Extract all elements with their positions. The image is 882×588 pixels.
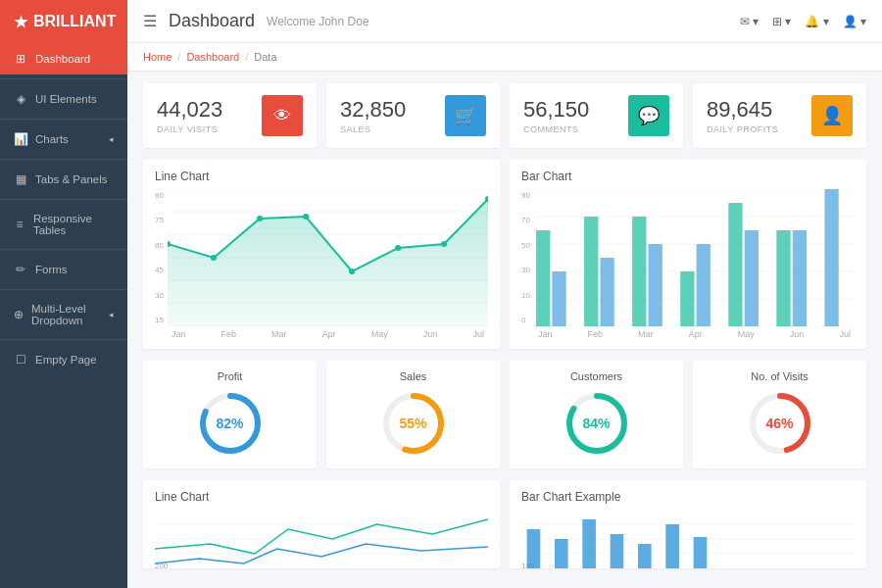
bar-chart-card: Bar Chart 90 70 50 30 10 0 xyxy=(510,160,866,349)
donut-label-0: Profit xyxy=(218,370,243,382)
stat-card-1: 32,850 SALES 🛒 xyxy=(326,83,500,148)
stat-value-3: 89,645 xyxy=(707,97,778,122)
svg-rect-52 xyxy=(555,539,568,568)
breadcrumb-current: Data xyxy=(254,51,276,63)
svg-rect-34 xyxy=(824,189,838,326)
stat-label-3: DAILY PROFITS xyxy=(707,124,778,134)
stat-label-1: SALES xyxy=(340,124,406,134)
donut-card-2: Customers 84% xyxy=(510,361,683,468)
email-btn[interactable]: ✉ ▾ xyxy=(740,15,759,28)
sep-1: / xyxy=(177,51,180,63)
stat-icon-1: 🛒 xyxy=(445,95,486,136)
stat-info-3: 89,645 DAILY PROFITS xyxy=(707,97,778,134)
breadcrumb-home[interactable]: Home xyxy=(143,51,172,63)
sidebar-icon-6: ⊕ xyxy=(14,308,24,321)
bottom-bar-chart: Bar Chart Example 100 xyxy=(510,480,866,568)
line-chart-title: Line Chart xyxy=(155,170,488,183)
sidebar-item-forms[interactable]: ✏Forms xyxy=(0,254,127,285)
donut-wrap-2: 84% xyxy=(562,388,632,459)
bar-chart-svg xyxy=(534,189,855,326)
sidebar-label-4: Responsive Tables xyxy=(33,213,114,236)
bar-chart-title: Bar Chart xyxy=(521,170,855,183)
stat-icon-2: 💬 xyxy=(628,95,669,136)
topbar-left: ☰ Dashboard Welcome John Doe xyxy=(143,11,369,31)
donut-wrap-3: 46% xyxy=(745,388,815,459)
line-chart-svg xyxy=(168,189,488,326)
donut-row: Profit 82% Sales 55% Customers xyxy=(143,361,866,468)
svg-rect-51 xyxy=(527,529,541,568)
stat-info-0: 44,023 DAILY VISITS xyxy=(157,97,222,134)
sidebar-item-dashboard[interactable]: ⊞Dashboard xyxy=(0,43,127,74)
sidebar-label-7: Empty Page xyxy=(35,354,97,366)
svg-rect-54 xyxy=(611,534,624,568)
sidebar-label-0: Dashboard xyxy=(35,53,90,65)
bar-chart-x-labels: JanFebMarAprMayJunJul xyxy=(534,329,855,339)
donut-card-3: No. of Visits 46% xyxy=(693,361,866,468)
donut-wrap-1: 55% xyxy=(378,388,449,459)
logo-icon: ★ xyxy=(14,13,27,31)
sidebar-icon-1: ◈ xyxy=(14,92,27,106)
stats-row: 44,023 DAILY VISITS 👁 32,850 SALES 🛒 56,… xyxy=(143,83,866,148)
line-chart-card: Line Chart 90 75 60 45 30 15 xyxy=(143,160,500,349)
svg-point-9 xyxy=(211,255,217,261)
sidebar-icon-7: ☐ xyxy=(14,353,27,367)
hamburger-icon[interactable]: ☰ xyxy=(143,12,157,30)
stat-info-2: 56,150 COMMENTS xyxy=(523,97,589,134)
breadcrumb: Home / Dashboard / Data xyxy=(127,43,882,72)
svg-rect-53 xyxy=(582,519,596,568)
sidebar-label-6: Multi-Level Dropdown xyxy=(31,303,101,326)
stat-icon-0: 👁 xyxy=(262,95,303,136)
topbar-welcome: Welcome John Doe xyxy=(267,15,369,28)
svg-rect-24 xyxy=(584,217,598,326)
brand-logo[interactable]: ★ BRILLIANT xyxy=(0,0,127,43)
sidebar-item-empty-page[interactable]: ☐Empty Page xyxy=(0,344,127,375)
sidebar-item-responsive-tables[interactable]: ≡Responsive Tables xyxy=(0,204,127,245)
sidebar-item-tabs-&-panels[interactable]: ▦Tabs & Panels xyxy=(0,164,127,195)
line-chart-x-labels: JanFebMarAprMayJunJul xyxy=(168,329,488,339)
donut-wrap-0: 82% xyxy=(195,388,266,459)
sidebar-label-2: Charts xyxy=(35,133,69,145)
svg-rect-23 xyxy=(552,271,565,326)
grid-btn[interactable]: ⊞ ▾ xyxy=(772,15,791,28)
bottom-row: Line Chart 200 Bar Chart Example 100 xyxy=(143,480,866,568)
svg-rect-29 xyxy=(696,244,710,326)
sidebar-item-charts[interactable]: 📊Charts◂ xyxy=(0,123,127,155)
svg-rect-22 xyxy=(536,230,550,326)
breadcrumb-dashboard[interactable]: Dashboard xyxy=(186,51,239,63)
svg-point-13 xyxy=(395,245,401,251)
sidebar-icon-4: ≡ xyxy=(14,218,25,231)
stat-value-1: 32,850 xyxy=(340,97,406,122)
user-btn[interactable]: 👤 ▾ xyxy=(843,15,866,28)
svg-point-14 xyxy=(441,241,447,247)
svg-rect-28 xyxy=(680,271,694,326)
sidebar-label-1: UI Elements xyxy=(35,93,97,105)
stat-label-2: COMMENTS xyxy=(523,124,589,134)
donut-label-2: Customers xyxy=(570,370,622,382)
sidebar-icon-5: ✏ xyxy=(14,263,27,276)
sidebar-icon-2: 📊 xyxy=(14,132,27,146)
donut-card-0: Profit 82% xyxy=(143,361,317,468)
topbar: ☰ Dashboard Welcome John Doe ✉ ▾ ⊞ ▾ 🔔 ▾… xyxy=(127,0,882,43)
bottom-bar-svg: 100 xyxy=(521,510,855,568)
svg-point-11 xyxy=(303,214,309,220)
sidebar-arrow-6: ◂ xyxy=(109,310,114,319)
sidebar-arrow-2: ◂ xyxy=(109,134,114,144)
bottom-line-chart: Line Chart 200 xyxy=(143,480,500,568)
donut-pct-0: 82% xyxy=(216,416,243,431)
sidebar-label-5: Forms xyxy=(35,264,68,275)
donut-label-3: No. of Visits xyxy=(751,370,808,382)
stat-card-2: 56,150 COMMENTS 💬 xyxy=(510,83,683,148)
stat-value-2: 56,150 xyxy=(523,97,589,122)
bottom-line-svg: 200 xyxy=(155,510,488,568)
sidebar-item-ui-elements[interactable]: ◈UI Elements xyxy=(0,83,127,115)
svg-rect-30 xyxy=(728,203,742,326)
svg-point-10 xyxy=(257,216,263,221)
donut-card-1: Sales 55% xyxy=(326,361,500,468)
sidebar-label-3: Tabs & Panels xyxy=(35,173,108,185)
bell-btn[interactable]: 🔔 ▾ xyxy=(805,15,828,28)
stat-icon-3: 👤 xyxy=(811,95,853,136)
svg-marker-7 xyxy=(168,199,488,326)
svg-rect-25 xyxy=(600,258,613,326)
topbar-right: ✉ ▾ ⊞ ▾ 🔔 ▾ 👤 ▾ xyxy=(740,15,866,28)
sidebar-item-multi-level-dropdown[interactable]: ⊕Multi-Level Dropdown◂ xyxy=(0,294,127,335)
